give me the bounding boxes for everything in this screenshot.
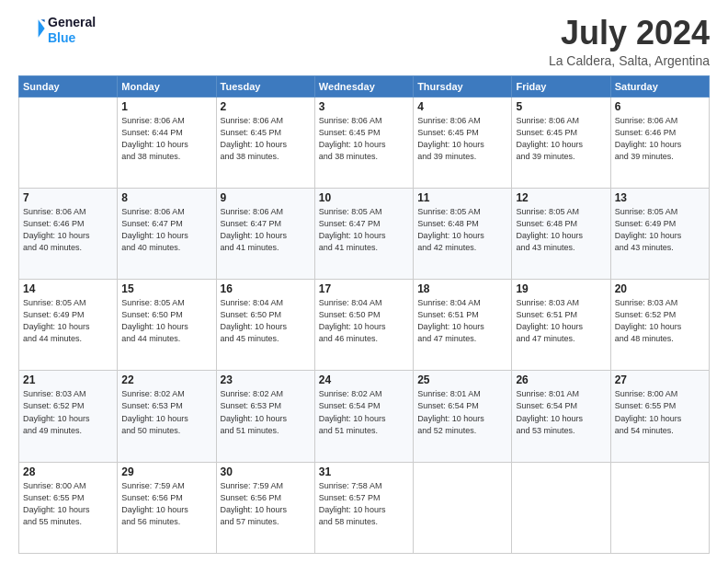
weekday-header-row: SundayMondayTuesdayWednesdayThursdayFrid… [19,75,710,97]
day-number: 3 [319,100,409,113]
weekday-header-sunday: Sunday [19,75,118,97]
day-info: Sunrise: 8:05 AMSunset: 6:47 PMDaylight:… [319,206,409,254]
week-row-3: 14Sunrise: 8:05 AMSunset: 6:49 PMDayligh… [19,280,710,371]
day-number: 2 [221,100,311,113]
day-info: Sunrise: 8:02 AMSunset: 6:54 PMDaylight:… [319,388,409,436]
weekday-header-friday: Friday [512,75,610,97]
day-number: 6 [615,100,705,113]
calendar-cell: 26Sunrise: 8:01 AMSunset: 6:54 PMDayligh… [512,371,610,462]
svg-marker-0 [39,19,45,38]
day-info: Sunrise: 7:59 AMSunset: 6:56 PMDaylight:… [121,480,211,528]
calendar-cell: 7Sunrise: 8:06 AMSunset: 6:46 PMDaylight… [19,188,118,279]
calendar-cell [19,97,118,188]
day-number: 29 [121,465,211,478]
day-info: Sunrise: 8:05 AMSunset: 6:48 PMDaylight:… [516,206,606,254]
day-number: 7 [23,191,113,204]
day-number: 10 [319,191,409,204]
location: La Caldera, Salta, Argentina [549,53,710,68]
day-number: 21 [23,373,113,386]
day-info: Sunrise: 8:00 AMSunset: 6:55 PMDaylight:… [615,388,705,436]
day-number: 18 [417,282,507,295]
day-info: Sunrise: 8:00 AMSunset: 6:55 PMDaylight:… [23,480,113,528]
calendar-cell: 6Sunrise: 8:06 AMSunset: 6:46 PMDaylight… [610,97,709,188]
calendar-cell: 31Sunrise: 7:58 AMSunset: 6:57 PMDayligh… [314,462,413,553]
week-row-4: 21Sunrise: 8:03 AMSunset: 6:52 PMDayligh… [19,371,710,462]
calendar-table: SundayMondayTuesdayWednesdayThursdayFrid… [18,75,710,554]
title-block: July 2024 La Caldera, Salta, Argentina [549,15,710,68]
day-info: Sunrise: 8:04 AMSunset: 6:51 PMDaylight:… [417,297,507,345]
calendar-cell: 19Sunrise: 8:03 AMSunset: 6:51 PMDayligh… [512,280,610,371]
weekday-header-wednesday: Wednesday [314,75,413,97]
calendar-cell: 28Sunrise: 8:00 AMSunset: 6:55 PMDayligh… [19,462,118,553]
day-info: Sunrise: 8:06 AMSunset: 6:46 PMDaylight:… [615,115,705,163]
calendar-cell: 4Sunrise: 8:06 AMSunset: 6:45 PMDaylight… [414,97,512,188]
day-number: 1 [121,100,211,113]
logo-icon [20,16,46,41]
calendar-cell: 14Sunrise: 8:05 AMSunset: 6:49 PMDayligh… [19,280,118,371]
day-info: Sunrise: 8:06 AMSunset: 6:44 PMDaylight:… [121,115,211,163]
calendar-cell: 8Sunrise: 8:06 AMSunset: 6:47 PMDaylight… [118,188,216,279]
day-number: 4 [417,100,507,113]
weekday-header-tuesday: Tuesday [216,75,314,97]
day-info: Sunrise: 8:06 AMSunset: 6:46 PMDaylight:… [23,206,113,254]
day-info: Sunrise: 8:05 AMSunset: 6:48 PMDaylight:… [417,206,507,254]
calendar-cell: 18Sunrise: 8:04 AMSunset: 6:51 PMDayligh… [414,280,512,371]
day-info: Sunrise: 8:03 AMSunset: 6:51 PMDaylight:… [516,297,606,345]
day-info: Sunrise: 8:06 AMSunset: 6:45 PMDaylight:… [516,115,606,163]
day-number: 19 [516,282,606,295]
day-info: Sunrise: 7:59 AMSunset: 6:56 PMDaylight:… [221,480,311,528]
day-number: 20 [615,282,705,295]
calendar-cell: 10Sunrise: 8:05 AMSunset: 6:47 PMDayligh… [314,188,413,279]
day-info: Sunrise: 8:04 AMSunset: 6:50 PMDaylight:… [221,297,311,345]
day-number: 16 [221,282,311,295]
day-number: 13 [615,191,705,204]
weekday-header-monday: Monday [118,75,216,97]
svg-marker-1 [40,19,44,22]
day-number: 17 [319,282,409,295]
day-number: 31 [319,465,409,478]
calendar-cell: 11Sunrise: 8:05 AMSunset: 6:48 PMDayligh… [414,188,512,279]
calendar-cell: 30Sunrise: 7:59 AMSunset: 6:56 PMDayligh… [216,462,314,553]
day-info: Sunrise: 8:05 AMSunset: 6:50 PMDaylight:… [121,297,211,345]
day-number: 26 [516,373,606,386]
calendar-cell [414,462,512,553]
calendar-cell: 1Sunrise: 8:06 AMSunset: 6:44 PMDaylight… [118,97,216,188]
calendar-cell: 23Sunrise: 8:02 AMSunset: 6:53 PMDayligh… [216,371,314,462]
day-info: Sunrise: 8:03 AMSunset: 6:52 PMDaylight:… [615,297,705,345]
week-row-1: 1Sunrise: 8:06 AMSunset: 6:44 PMDaylight… [19,97,710,188]
day-info: Sunrise: 8:06 AMSunset: 6:47 PMDaylight:… [121,206,211,254]
calendar-cell [512,462,610,553]
month-year: July 2024 [549,15,710,52]
day-info: Sunrise: 8:06 AMSunset: 6:45 PMDaylight:… [221,115,311,163]
logo: General Blue [18,15,96,46]
day-number: 14 [23,282,113,295]
day-number: 28 [23,465,113,478]
day-number: 27 [615,373,705,386]
day-info: Sunrise: 7:58 AMSunset: 6:57 PMDaylight:… [319,480,409,528]
calendar-cell: 20Sunrise: 8:03 AMSunset: 6:52 PMDayligh… [610,280,709,371]
page: General Blue July 2024 La Caldera, Salta… [0,0,728,563]
day-number: 30 [221,465,311,478]
header: General Blue July 2024 La Caldera, Salta… [18,15,710,68]
calendar-cell: 13Sunrise: 8:05 AMSunset: 6:49 PMDayligh… [610,188,709,279]
calendar-cell: 29Sunrise: 7:59 AMSunset: 6:56 PMDayligh… [118,462,216,553]
day-info: Sunrise: 8:05 AMSunset: 6:49 PMDaylight:… [23,297,113,345]
day-number: 11 [417,191,507,204]
day-number: 22 [121,373,211,386]
calendar-cell: 15Sunrise: 8:05 AMSunset: 6:50 PMDayligh… [118,280,216,371]
calendar-cell: 5Sunrise: 8:06 AMSunset: 6:45 PMDaylight… [512,97,610,188]
day-number: 9 [221,191,311,204]
logo-line1: General [48,15,96,30]
day-info: Sunrise: 8:06 AMSunset: 6:45 PMDaylight:… [319,115,409,163]
day-number: 8 [121,191,211,204]
week-row-5: 28Sunrise: 8:00 AMSunset: 6:55 PMDayligh… [19,462,710,553]
calendar-cell [610,462,709,553]
day-info: Sunrise: 8:04 AMSunset: 6:50 PMDaylight:… [319,297,409,345]
day-number: 5 [516,100,606,113]
calendar-cell: 22Sunrise: 8:02 AMSunset: 6:53 PMDayligh… [118,371,216,462]
day-info: Sunrise: 8:03 AMSunset: 6:52 PMDaylight:… [23,388,113,436]
day-info: Sunrise: 8:02 AMSunset: 6:53 PMDaylight:… [221,388,311,436]
calendar-cell: 16Sunrise: 8:04 AMSunset: 6:50 PMDayligh… [216,280,314,371]
weekday-header-saturday: Saturday [610,75,709,97]
calendar-cell: 21Sunrise: 8:03 AMSunset: 6:52 PMDayligh… [19,371,118,462]
